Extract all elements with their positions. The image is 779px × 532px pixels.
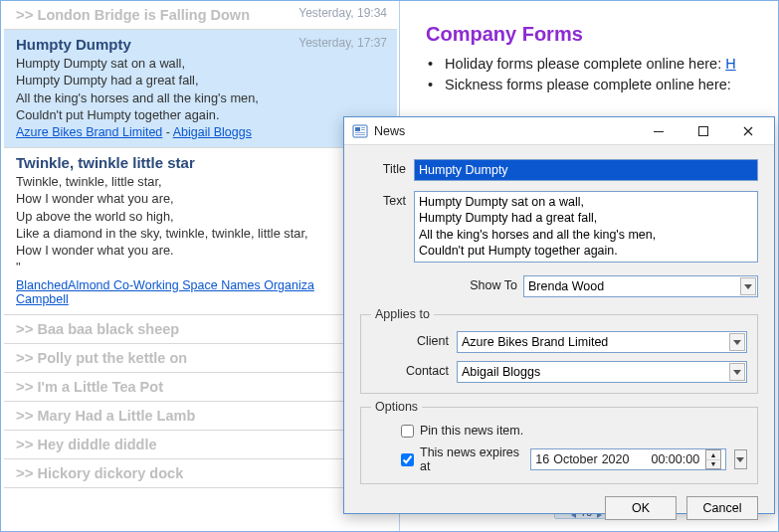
- news-title: Mary Had a Little Lamb: [38, 408, 196, 424]
- pin-checkbox[interactable]: [401, 425, 414, 438]
- chevron-down-icon[interactable]: [729, 363, 745, 381]
- close-button[interactable]: [725, 118, 770, 144]
- news-dialog: News Title Text Show To: [343, 116, 775, 514]
- expand-icon: >>: [16, 436, 34, 452]
- window-buttons: [636, 118, 770, 144]
- news-item[interactable]: >>Hey diddle diddle06/10: [4, 431, 397, 459]
- date-year: 2020: [602, 452, 630, 466]
- news-item[interactable]: >>London Bridge is Falling DownYesterday…: [4, 1, 397, 30]
- news-link-client[interactable]: Azure Bikes Brand Limited: [16, 125, 162, 139]
- news-title: Twinkle, twinkle little star: [16, 154, 195, 171]
- news-title: Hey diddle diddle: [38, 437, 157, 452]
- bullet-item: Holiday forms please complete online her…: [428, 54, 760, 75]
- news-title: Baa baa black sheep: [38, 321, 180, 337]
- applies-to-group: Applies to Client Contact: [360, 307, 758, 394]
- news-list: >>London Bridge is Falling DownYesterday…: [4, 1, 397, 528]
- client-dropdown[interactable]: [457, 331, 747, 353]
- expand-icon: >>: [16, 407, 34, 424]
- news-title: Hickory dickory dock: [38, 465, 184, 481]
- news-title: I'm a Little Tea Pot: [38, 379, 163, 395]
- svg-rect-1: [355, 127, 360, 131]
- minimize-button[interactable]: [636, 118, 681, 144]
- contact-label: Contact: [371, 361, 457, 378]
- news-body: Humpty Dumpty sat on a wall, Humpty Dump…: [16, 55, 387, 123]
- time-spinner[interactable]: ▲▼: [705, 449, 721, 469]
- expand-icon: >>: [16, 464, 34, 481]
- ok-button[interactable]: OK: [605, 496, 677, 520]
- options-group: Options Pin this news item. This news ex…: [360, 400, 758, 484]
- title-input[interactable]: [414, 159, 758, 181]
- pin-label: Pin this news item.: [420, 424, 523, 438]
- news-item[interactable]: >>I'm a Little Tea Pot08/10: [4, 373, 397, 402]
- svg-rect-2: [361, 127, 365, 128]
- dialog-titlebar[interactable]: News: [344, 117, 774, 145]
- svg-rect-7: [698, 126, 707, 135]
- expires-checkbox[interactable]: [401, 453, 414, 466]
- date-dropdown-button[interactable]: [734, 449, 747, 469]
- expand-icon: >>: [16, 349, 34, 366]
- svg-rect-6: [654, 131, 664, 132]
- client-label: Client: [371, 331, 457, 348]
- news-link-client[interactable]: BlanchedAlmond Co-Working Space Names Or…: [16, 278, 314, 292]
- spin-up-icon: ▲: [706, 450, 720, 460]
- dialog-title-text: News: [374, 124, 636, 138]
- expand-icon: >>: [16, 378, 34, 395]
- applies-to-legend: Applies to: [371, 307, 434, 321]
- expand-icon: >>: [16, 6, 34, 23]
- news-item[interactable]: >>Hickory dickory dock05/10: [4, 459, 397, 488]
- svg-rect-4: [355, 132, 365, 133]
- showto-label: Show To: [470, 275, 523, 292]
- chevron-down-icon[interactable]: [740, 277, 756, 295]
- news-icon: [352, 123, 368, 139]
- news-link-contact[interactable]: Campbell: [16, 292, 69, 306]
- news-item[interactable]: >>Polly put the kettle on09/10: [4, 344, 397, 373]
- svg-rect-3: [361, 129, 365, 130]
- bullet-text: Holiday forms please complete online her…: [445, 56, 725, 72]
- news-item[interactable]: >>Baa baa black sheep11/10: [4, 315, 397, 344]
- date-time: 00:00:00: [651, 452, 699, 466]
- expires-label: This news expires at: [420, 445, 524, 473]
- text-label: Text: [360, 191, 414, 208]
- options-legend: Options: [371, 400, 422, 414]
- bullet-item: Sickness forms please complete online he…: [428, 75, 760, 95]
- news-item[interactable]: >>Mary Had a Little Lamb06/10: [4, 402, 397, 431]
- spin-down-icon: ▼: [706, 460, 720, 469]
- news-date: Yesterday, 17:37: [298, 36, 387, 50]
- link-separator: -: [162, 125, 172, 139]
- chevron-down-icon[interactable]: [729, 333, 745, 351]
- showto-dropdown[interactable]: [523, 275, 758, 297]
- bullet-link[interactable]: H: [725, 56, 735, 72]
- news-title: London Bridge is Falling Down: [38, 7, 250, 23]
- bullet-text: Sickness forms please complete online he…: [445, 77, 731, 92]
- pin-checkbox-row[interactable]: Pin this news item.: [401, 424, 747, 438]
- svg-rect-5: [355, 134, 365, 135]
- news-date: Yesterday, 19:34: [298, 6, 387, 20]
- text-input[interactable]: [414, 191, 758, 263]
- expand-icon: >>: [16, 320, 34, 337]
- dialog-body: Title Text Show To Applies to Client: [344, 145, 774, 530]
- expires-datetime[interactable]: 16 October 2020 00:00:00 ▲▼: [530, 448, 726, 470]
- contact-dropdown[interactable]: [457, 361, 747, 383]
- date-month: October: [553, 452, 597, 466]
- news-body: Twinkle, twinkle, little star, How I won…: [16, 173, 387, 276]
- news-item[interactable]: Humpty DumptyYesterday, 17:37Humpty Dump…: [4, 30, 397, 148]
- cancel-button[interactable]: Cancel: [686, 496, 758, 520]
- title-label: Title: [360, 159, 414, 176]
- date-day: 16: [535, 452, 549, 466]
- news-title: Humpty Dumpty: [16, 36, 131, 53]
- content-heading: Company Forms: [426, 23, 760, 46]
- news-title: Polly put the kettle on: [38, 350, 188, 366]
- news-link-contact[interactable]: Abigail Bloggs: [173, 125, 252, 139]
- maximize-button[interactable]: [681, 118, 725, 144]
- news-item[interactable]: Twinkle, twinkle little starYesteTwinkle…: [4, 148, 397, 315]
